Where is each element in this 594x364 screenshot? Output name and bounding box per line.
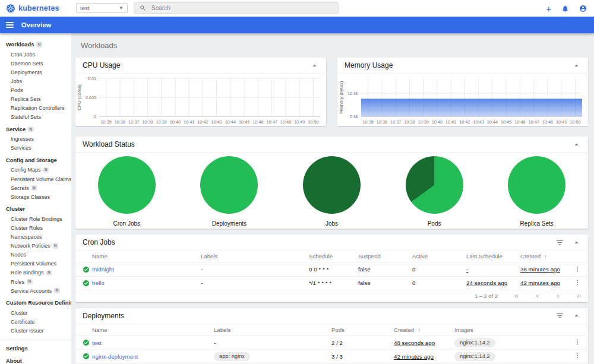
filter-icon[interactable] — [555, 311, 564, 320]
sidebar-section-cluster[interactable]: Cluster — [0, 204, 71, 214]
collapse-caret-icon[interactable] — [572, 61, 581, 70]
account-icon[interactable] — [579, 5, 587, 12]
column-header-schedule[interactable]: Schedule — [309, 251, 358, 262]
sidebar-section-custom-resource-definitions[interactable]: Custom Resource Definitions — [0, 297, 71, 308]
collapse-caret-icon[interactable] — [572, 140, 581, 149]
sidebar-item-persistent-volume-claims[interactable]: Persistent Volume ClaimsN — [0, 175, 71, 183]
search-input[interactable] — [151, 5, 333, 11]
sidebar-item-config-maps[interactable]: Config MapsN — [0, 166, 71, 175]
column-header-suspend[interactable]: Suspend — [358, 251, 412, 262]
column-header-images[interactable]: Images — [454, 324, 570, 336]
namespaced-badge: N — [31, 185, 37, 191]
sidebar-item-stateful-sets[interactable]: Stateful Sets — [0, 113, 71, 122]
relative-time: 48 seconds ago — [394, 340, 435, 346]
sidebar-item-service-accounts[interactable]: Service AccountsN — [0, 286, 71, 295]
sidebar-item-storage-classes[interactable]: Storage Classes — [0, 192, 71, 201]
column-header-labels[interactable]: Labels — [201, 251, 309, 262]
row-menu-kebab-icon[interactable] — [574, 265, 583, 273]
row-link-hello[interactable]: hello — [92, 280, 105, 286]
sidebar-item-label: Jobs — [11, 78, 22, 84]
relative-time: 36 minutes ago — [520, 266, 560, 273]
notifications-bell-icon[interactable] — [561, 5, 569, 12]
sidebar-item-about[interactable]: About — [0, 356, 71, 364]
sidebar-item-cron-jobs[interactable]: Cron Jobs — [0, 50, 71, 59]
kubernetes-logo[interactable]: kubernetes — [6, 0, 59, 17]
first-page-icon[interactable] — [513, 293, 520, 299]
sidebar-item-nodes[interactable]: Nodes — [0, 251, 71, 259]
svg-text:CPU (cores): CPU (cores) — [77, 84, 82, 110]
sidebar-item-cluster-roles[interactable]: Cluster Roles — [0, 223, 71, 232]
cron-jobs-pagination: 1 – 2 of 2 — [75, 290, 588, 302]
sidebar-item-jobs[interactable]: Jobs — [0, 77, 71, 86]
sidebar-item-deployments[interactable]: Deployments — [0, 68, 71, 77]
sidebar-item-cluster-issuer[interactable]: Cluster Issuer — [0, 326, 71, 335]
create-plus-icon[interactable]: + — [546, 4, 551, 13]
svg-text:10:49: 10:49 — [556, 119, 567, 125]
sidebar-item-network-policies[interactable]: Network PoliciesN — [0, 242, 71, 251]
deployments-title: Deployments — [83, 312, 555, 320]
relative-time: 24 seconds ago — [466, 280, 507, 286]
collapse-caret-icon[interactable] — [572, 238, 581, 247]
sidebar-section-service[interactable]: ServiceN — [0, 124, 71, 135]
sidebar-item-cluster[interactable]: Cluster — [0, 308, 71, 317]
sidebar-item-daemon-sets[interactable]: Daemon Sets — [0, 59, 71, 68]
svg-text:0.005: 0.005 — [86, 95, 96, 100]
cell-text: 0 — [412, 266, 415, 273]
sidebar-item-label: Service Accounts — [11, 288, 52, 294]
column-header-pods[interactable]: Pods — [331, 324, 394, 336]
sidebar-item-services[interactable]: Services — [0, 144, 71, 153]
filter-icon[interactable] — [555, 238, 564, 247]
last-page-icon[interactable] — [576, 293, 582, 299]
sidebar-item-label: Roles — [11, 279, 24, 285]
collapse-caret-icon[interactable] — [310, 61, 319, 70]
sidebar-item-persistent-volumes[interactable]: Persistent Volumes — [0, 259, 71, 268]
pie-pods: Pods — [383, 156, 486, 227]
sidebar-item-secrets[interactable]: SecretsN — [0, 183, 71, 192]
column-header-last-schedule[interactable]: Last Schedule — [466, 251, 520, 262]
row-menu-kebab-icon[interactable] — [574, 352, 583, 359]
sidebar-section-workloads[interactable]: WorkloadsN — [0, 39, 71, 50]
namespaced-badge: N — [28, 126, 34, 132]
row-link-nginx-deployment[interactable]: nginx-deployment — [92, 353, 138, 360]
sidebar-item-label: Pods — [11, 87, 23, 93]
row-link-test[interactable]: test — [92, 340, 102, 346]
sidebar-item-label: Namespaces — [11, 234, 42, 240]
sidebar-item-cluster-role-bindings[interactable]: Cluster Role Bindings — [0, 214, 71, 223]
svg-text:10:36: 10:36 — [115, 119, 125, 125]
sidebar-item-label: Persistent Volumes — [11, 261, 56, 267]
pie-label: Pods — [428, 220, 441, 227]
sidebar-item-replication-controllers[interactable]: Replication Controllers — [0, 104, 71, 113]
column-header-active[interactable]: Active — [412, 251, 466, 262]
table-row: nginx-deploymentapp: nginx3 / 342 minute… — [75, 350, 588, 363]
previous-page-icon[interactable] — [534, 293, 541, 299]
row-menu-kebab-icon[interactable] — [574, 338, 583, 346]
row-menu-kebab-icon[interactable] — [574, 279, 583, 286]
column-header-created[interactable]: Created↑ — [394, 324, 454, 336]
row-link-midnight[interactable]: midnight — [92, 266, 114, 273]
menu-hamburger-icon[interactable] — [6, 22, 14, 28]
collapse-caret-icon[interactable] — [572, 311, 581, 320]
sidebar-item-replica-sets[interactable]: Replica Sets — [0, 94, 71, 103]
deployments-card: Deployments NameLabelsPodsCreated↑Images… — [75, 308, 588, 364]
next-page-icon[interactable] — [555, 293, 561, 299]
pie-jobs: Jobs — [280, 156, 383, 227]
sidebar-item-namespaces[interactable]: Namespaces — [0, 233, 71, 242]
sidebar-item-roles[interactable]: RolesN — [0, 277, 71, 286]
namespaced-badge: N — [53, 243, 59, 248]
sidebar-item-role-bindings[interactable]: Role BindingsN — [0, 268, 71, 277]
sidebar-section-config-and-storage[interactable]: Config and Storage — [0, 155, 71, 166]
memory-usage-chart: 10:3510:3610:3710:3810:3910:4010:4110:42… — [337, 74, 588, 126]
svg-text:10:42: 10:42 — [197, 119, 208, 125]
sidebar-item-certificate[interactable]: Certificate — [0, 317, 71, 326]
search-bar[interactable] — [134, 2, 339, 14]
column-header-name[interactable]: Name — [92, 251, 201, 262]
column-header-name[interactable]: Name — [92, 324, 214, 336]
column-header-labels[interactable]: Labels — [214, 324, 331, 336]
sidebar-item-pods[interactable]: Pods — [0, 86, 71, 94]
namespace-selector[interactable]: test ▼ — [76, 3, 128, 13]
column-header-created[interactable]: Created↑ — [520, 251, 570, 262]
sidebar-item-settings[interactable]: Settings — [0, 343, 71, 354]
cell-text: - — [201, 280, 203, 286]
cell-text: - — [201, 266, 203, 273]
sidebar-item-ingresses[interactable]: Ingresses — [0, 135, 71, 144]
